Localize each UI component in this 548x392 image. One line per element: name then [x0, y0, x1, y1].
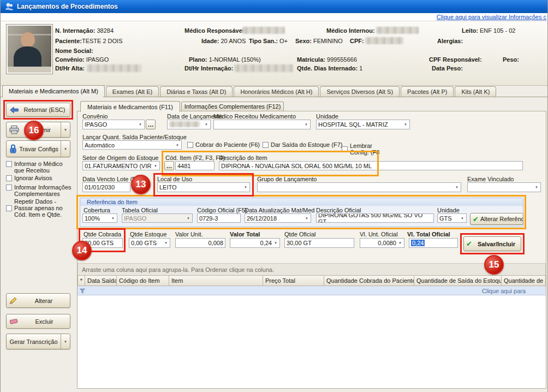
checkbox-box[interactable] [6, 205, 12, 211]
convenio-combo[interactable]: IPASGO▼ [82, 120, 145, 129]
check-icon: ✔ [473, 215, 479, 223]
tab-honorarios-medicos[interactable]: Honorários Médicos (Alt H) [234, 86, 319, 97]
unidade-label: Unidade [316, 113, 338, 120]
local-uso-combo[interactable]: LEITO▼ [157, 182, 250, 192]
chevron-down-icon[interactable]: ▼ [109, 214, 117, 222]
salvar-incluir-button[interactable]: ✔Salvar/Incluir [463, 236, 521, 251]
vl-total-oficial-value: 0,24 [411, 240, 425, 246]
tab-pacotes[interactable]: Pacotes (Alt P) [401, 86, 454, 97]
chevron-down-icon[interactable]: ▼ [152, 162, 159, 170]
travar-dropdown-arrow-icon[interactable]: ▼ [61, 141, 70, 157]
valor-unit-input[interactable]: 0,008 [175, 238, 225, 248]
chevron-down-icon[interactable]: ▼ [396, 239, 404, 247]
column-header-qtd-sa[interactable]: Quantidade de Sa [502, 275, 546, 286]
chevron-down-icon[interactable]: ▼ [136, 120, 144, 129]
imprimir-dropdown-arrow-icon[interactable]: ▼ [61, 122, 70, 137]
grupo-lancamento-combo[interactable]: ▼ [257, 182, 461, 192]
chevron-down-icon[interactable]: ▼ [174, 141, 181, 149]
chevron-down-icon[interactable]: ▼ [184, 214, 192, 222]
imprimir-button[interactable]: Imprimir ▼ [6, 122, 70, 138]
valor-total-combo[interactable]: 0,24▼ [230, 238, 280, 248]
data-vencto-input[interactable]: 01/01/2030 [82, 182, 130, 192]
tab-servicos-diversos[interactable]: Serviços Diversos (Alt S) [320, 86, 400, 97]
retornar-label: Retornar (ESC) [19, 106, 70, 113]
vl-unt-oficial-combo[interactable]: 0,0080▼ [360, 238, 404, 248]
alterar-button[interactable]: Alterar [6, 293, 70, 308]
travar-configs-button[interactable]: Travar Configs ▼ [6, 140, 70, 157]
grid-filter-row[interactable] [78, 286, 546, 295]
chevron-down-icon[interactable]: ▼ [162, 239, 170, 247]
codigo-oficial-input[interactable]: 0729-3 [197, 213, 241, 223]
chevron-down-icon[interactable]: ▼ [302, 120, 310, 129]
tab-materiais-medicamentos[interactable]: Materiais e Medicamentos (Alt M) [2, 85, 105, 97]
data-atualizacao-combo[interactable]: 26/12/2018▼ [245, 213, 311, 223]
cod-item-value: 4481 [177, 163, 190, 169]
chevron-down-icon[interactable]: ▼ [242, 183, 249, 192]
tab-materiais-f11[interactable]: Materiais e Medicamentos (F11) [80, 101, 180, 112]
plano-value: 1-NORMAL (150%) [209, 56, 261, 63]
gerar-dropdown-arrow-icon[interactable]: ▼ [61, 334, 70, 349]
lancar-quant-combo[interactable]: Automático▼ [82, 140, 182, 150]
chevron-down-icon[interactable]: ▼ [303, 214, 311, 222]
descricao-item-input[interactable]: DIPIRONA - NOVALGINA SOL ORAL 500 MG/ML … [219, 161, 523, 170]
lancar-quant-value: Automático [85, 142, 174, 149]
vl-total-oficial-input[interactable]: 0,24 [409, 238, 458, 248]
chevron-down-icon[interactable]: ▼ [202, 120, 210, 129]
qtde-cobrada-input[interactable]: 30,00 GTS [82, 238, 123, 248]
checkbox-dar-saida[interactable]: Dar Saída do Estoque (F7) [263, 141, 342, 148]
column-header-item[interactable]: Item [169, 275, 263, 286]
tab-exames[interactable]: Exames (Alt E) [106, 86, 159, 97]
checkbox-informar-complementares[interactable]: Informar Informações Complementares [6, 184, 74, 197]
column-header-qtd-saida-estoque[interactable]: Quantidade de Saída do Estoque [414, 275, 502, 286]
unidade-oficial-value: GTS [439, 215, 458, 222]
checkbox-informar-medico[interactable]: Informar o Médico que Receitou [6, 161, 74, 174]
column-header-codigo-item[interactable]: Código do Item [117, 275, 169, 286]
unidade-combo[interactable]: HOSPITAL SQL - MATRIZ▼ [316, 120, 410, 129]
retornar-button[interactable]: Retornar (ESC) [6, 103, 70, 117]
column-header-data-saida[interactable]: Data Saída [85, 275, 117, 286]
checkbox-box[interactable] [6, 175, 12, 181]
tab-diarias-taxas[interactable]: Diárias e Taxas (Alt D) [160, 86, 233, 97]
cod-item-ellipsis-button[interactable]: … [164, 161, 174, 170]
qtde-estoque-combo[interactable]: 0,00 GTS▼ [129, 238, 170, 248]
exame-vinculado-combo[interactable]: ▼ [467, 182, 541, 192]
checkbox-repetir-dados[interactable]: Repetir Dados - Passar apenas no Cód. It… [6, 198, 74, 218]
convenio-ellipsis-button[interactable]: … [146, 120, 156, 129]
exame-vinculado-label: Exame Vinculado [467, 176, 514, 182]
checkbox-box[interactable] [263, 142, 269, 148]
checkbox-box[interactable] [6, 185, 12, 191]
cpf-redacted [365, 37, 403, 44]
chevron-down-icon[interactable]: ▼ [272, 239, 279, 247]
column-header-preco-total[interactable]: Preço Total [263, 275, 324, 286]
medico-receitou-combo[interactable]: ▼ [213, 120, 311, 129]
tab-complementares-f12[interactable]: Informações Complementares (F12) [181, 102, 284, 111]
checkbox-ignorar-avisos[interactable]: Ignorar Avisos [6, 175, 74, 181]
tab-kits[interactable]: Kits (Alt K) [455, 86, 496, 97]
checkbox-box[interactable] [342, 146, 348, 152]
cpf-responsavel-label: CPF Responsável: [429, 56, 482, 63]
qtde-oficial-input[interactable]: 30,00 GT [284, 238, 354, 248]
checkbox-lembrar-config[interactable]: Lembrar Config. (F8 [342, 142, 385, 156]
cod-item-input[interactable]: 4481 [175, 161, 215, 170]
chevron-down-icon[interactable]: ▼ [458, 214, 466, 222]
excluir-button[interactable]: Excluir [6, 314, 70, 329]
unidade-oficial-combo[interactable]: GTS▼ [437, 213, 467, 223]
column-header-qtd-cobrada-paciente[interactable]: Quantidade Cobrada do Paciente [324, 275, 414, 286]
sexo-label: Sexo: [295, 38, 312, 44]
qtde-dias-field: Qtde. Dias Internado: 1 [297, 65, 362, 72]
chevron-down-icon[interactable]: ▼ [533, 183, 540, 192]
cobertura-combo[interactable]: 100%▼ [82, 213, 117, 223]
alterar-referencia-button[interactable]: ✔Alterar Referência [470, 213, 523, 225]
alterar-referencia-label: Alterar Referência [479, 216, 523, 222]
gerar-transcricao-button[interactable]: Gerar Transcrição ▼ [6, 334, 70, 349]
chevron-down-icon[interactable]: ▼ [402, 120, 409, 129]
descricao-oficial-input[interactable]: DIPIRONA GOTAS 500 MG/ML SO VO GT [316, 213, 434, 223]
local-uso-label: Local de Uso [157, 176, 192, 182]
setor-origem-combo[interactable]: 01.FATURAMENTO (VIRT▼ [82, 161, 160, 170]
checkbox-cobrar-paciente[interactable]: Cobrar do Paciente (F6) [187, 141, 260, 148]
chevron-down-icon[interactable]: ▼ [453, 183, 461, 192]
checkbox-box[interactable] [187, 142, 193, 148]
checkbox-box[interactable] [6, 161, 12, 167]
visualizar-informacoes-link[interactable]: Clique aqui para visualizar Informações … [437, 14, 546, 20]
tabela-oficial-combo[interactable]: IPASGO▼ [122, 213, 193, 223]
